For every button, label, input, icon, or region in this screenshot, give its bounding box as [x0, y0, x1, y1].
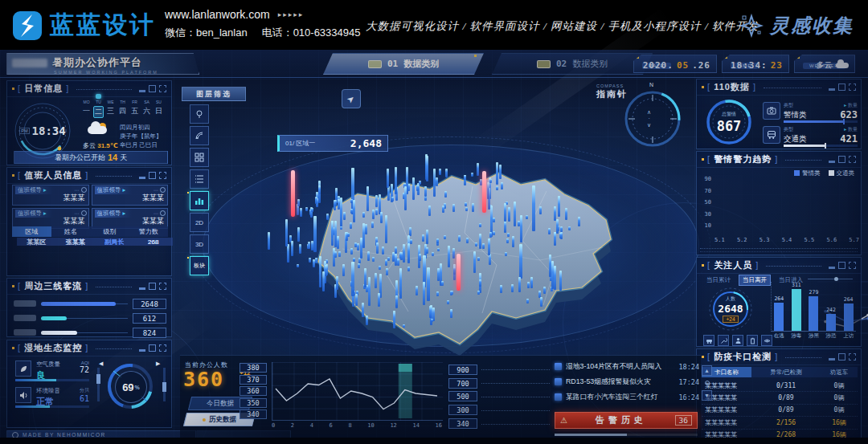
week-row: MO一 TU二 WE三 TH四 FR五 SA六 SU日	[81, 100, 164, 118]
expand-icon[interactable]	[159, 283, 166, 290]
horizontal-scrollbar[interactable]	[555, 434, 698, 436]
location-layer-button[interactable]	[190, 104, 209, 124]
expand-icon[interactable]	[849, 156, 856, 163]
week-day[interactable]: TH四	[117, 100, 128, 118]
bar-column[interactable]: 264 在逃	[773, 282, 785, 331]
phone-label: 电话：010-63334945	[262, 26, 361, 40]
legend-item[interactable]: 警情类	[794, 169, 821, 177]
block-layer-button[interactable]: 板块	[190, 256, 209, 275]
axis-tick: 12	[390, 422, 396, 429]
expand-icon[interactable]	[849, 262, 856, 269]
week-day[interactable]: WE三	[105, 100, 116, 118]
redacted-label	[14, 300, 36, 307]
person-icon[interactable]	[732, 335, 743, 346]
bar-column[interactable]: 264 上访	[842, 282, 854, 331]
scroll-up-icon[interactable]: ▲	[702, 365, 712, 376]
eye-icon[interactable]	[761, 335, 772, 346]
gauge-arrow-right[interactable]: ▶	[156, 360, 160, 367]
data-tab[interactable]: 02 数据类别	[492, 53, 653, 75]
more-icon[interactable]: ⋯	[154, 187, 159, 193]
window-icon[interactable]	[838, 156, 845, 163]
week-day[interactable]: MO一	[81, 100, 92, 118]
window-icon[interactable]	[838, 262, 845, 269]
car-icon[interactable]	[703, 335, 714, 346]
more-icon[interactable]: ⋯	[154, 210, 159, 216]
compass-dial[interactable]	[624, 90, 682, 148]
collapse-icon[interactable]	[139, 177, 145, 179]
collapse-icon[interactable]	[829, 267, 835, 269]
expand-icon[interactable]	[849, 84, 856, 91]
alert-time: 18:24	[678, 363, 699, 371]
2d-layer-button[interactable]: 2D	[190, 213, 209, 232]
alert-time: 16:24	[678, 393, 699, 401]
table-row[interactable]: 某某区张某某副局长268	[17, 238, 173, 246]
table-row[interactable]: 某某某某某 0/311 0辆	[702, 380, 858, 392]
plane-icon[interactable]: ➤	[342, 89, 361, 108]
focus-tab[interactable]: 当日离开	[739, 275, 771, 286]
alert-row[interactable]: 湿地3-104片区有不明人员闯入 18:24	[555, 359, 699, 374]
bar-column[interactable]: 242 涉恐	[825, 282, 837, 331]
expand-icon[interactable]	[159, 172, 166, 179]
week-day[interactable]: FR五	[129, 100, 140, 118]
focus-tab[interactable]: 当日累计	[703, 275, 734, 285]
bar-column[interactable]: 279 涉黑	[808, 282, 820, 331]
data-tab[interactable]: 01 数据类别	[323, 53, 484, 75]
collapse-icon[interactable]	[139, 90, 145, 92]
duty-card[interactable]: 值班领导 ⋯ 某某某	[12, 185, 89, 206]
table-row[interactable]: 某某某某某 2/156 16辆	[702, 417, 858, 429]
week-day[interactable]: SA六	[141, 100, 152, 118]
axis-tick: 5.2	[737, 237, 747, 243]
more-icon[interactable]: ⋯	[75, 210, 80, 216]
mini-slider[interactable]	[808, 279, 853, 279]
battery-icon[interactable]	[747, 335, 758, 346]
collapse-icon[interactable]	[829, 88, 835, 91]
week-day[interactable]: TU二	[93, 100, 104, 118]
collapse-icon[interactable]	[139, 287, 145, 290]
panel-passenger-flow: 周边三线客流 2648 612 824	[6, 278, 172, 337]
expand-icon[interactable]	[159, 344, 166, 352]
window-icon[interactable]	[149, 344, 156, 352]
map-tooltip: 01/ 区域一 2,648	[277, 135, 388, 152]
gauge-arrow-left[interactable]: ◀	[99, 360, 103, 367]
signal-layer-button[interactable]	[190, 126, 209, 145]
grid-layer-button[interactable]	[190, 148, 209, 167]
window-icon[interactable]	[838, 84, 845, 91]
alert-history-bar[interactable]: ⚠ 告警历史 36	[555, 412, 698, 429]
panel-duty-staff: 值班人员信息 值班领导 ⋯ 某某某 值班领导 ⋯ 某某某 值班领导 ⋯ 某某某	[6, 167, 172, 276]
3d-layer-button[interactable]: 3D	[190, 234, 209, 254]
table-row[interactable]: 某某某某某 0/89 0辆	[702, 405, 858, 417]
duty-name: 某某某	[142, 216, 164, 226]
legend-item[interactable]: 交通类	[829, 169, 855, 177]
table-row[interactable]: 某某某某某 0/89 0辆	[702, 392, 858, 404]
window-icon[interactable]	[838, 353, 845, 360]
scroll-down-icon[interactable]: ▼	[702, 390, 712, 401]
province-map[interactable]	[265, 153, 643, 361]
expand-icon[interactable]	[849, 353, 856, 360]
chart-layer-button[interactable]	[190, 191, 209, 210]
bar-column[interactable]: 311 涉毒	[791, 282, 803, 331]
window-icon[interactable]	[149, 283, 156, 290]
alert-row[interactable]: RD13-53烟感报警疑似火灾 17:24	[555, 374, 699, 389]
website-link[interactable]: www.lanlanwork.com	[165, 8, 270, 21]
collapse-icon[interactable]	[829, 358, 835, 360]
gauge-slider-right[interactable]	[163, 368, 166, 401]
tab-icon	[368, 60, 382, 68]
contact-block: www.lanlanwork.com ▸▸▸▸▸ 微信：ben_lanlan 电…	[165, 8, 360, 40]
collapse-icon[interactable]	[829, 161, 835, 163]
alert-row[interactable]: 某路口有小汽车连闯三个红灯 16:24	[555, 389, 699, 405]
office-line-chart[interactable]	[272, 362, 442, 420]
collapse-icon[interactable]	[139, 349, 145, 352]
collect-block[interactable]: 灵感收集	[739, 13, 854, 39]
gauge-slider-left[interactable]	[97, 368, 100, 401]
duty-card[interactable]: 值班领导 ⋯ 某某某	[92, 185, 169, 206]
week-day[interactable]: SU日	[154, 100, 164, 118]
window-icon[interactable]	[149, 85, 156, 92]
list-layer-button[interactable]	[190, 169, 209, 189]
more-icon[interactable]: ⋯	[75, 187, 80, 193]
tool-icon[interactable]	[718, 335, 729, 346]
window-icon[interactable]	[149, 172, 156, 179]
count-value: 2648	[718, 303, 743, 315]
expand-icon[interactable]	[159, 85, 166, 92]
data-tabs: 01 数据类别 02 数据类别	[323, 53, 653, 75]
flow-bar-row: 2648	[14, 298, 166, 309]
